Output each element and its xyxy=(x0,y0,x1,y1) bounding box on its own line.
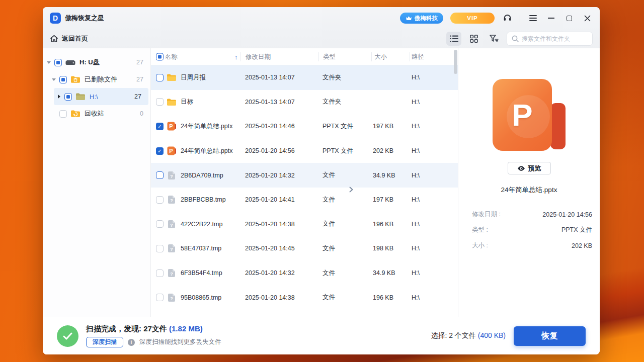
app-title: 傲梅恢复之星 xyxy=(65,14,104,23)
table-row[interactable]: P 24年简单总结.pptx 2025-01-20 14:46 PPTX 文件 … xyxy=(151,114,458,139)
table-row[interactable]: 日周月报 2025-01-13 14:07 文件夹 H:\ xyxy=(151,65,458,90)
maximize-button[interactable] xyxy=(564,13,575,24)
maximize-icon xyxy=(567,16,572,21)
table-header: 名称 ↑ 修改日期 类型 大小 路径 xyxy=(151,48,458,65)
column-header-size[interactable]: 大小 xyxy=(374,52,387,61)
file-name: 2B6DA709.tmp xyxy=(181,172,245,179)
sidebar-item-recycle-bin[interactable]: 回收站 0 xyxy=(43,105,150,122)
file-path: H:\ xyxy=(412,172,442,179)
recycle-bin-checkbox[interactable] xyxy=(59,110,67,118)
search-input[interactable] xyxy=(522,35,582,42)
collapse-panel-button[interactable] xyxy=(348,184,355,195)
sort-ascending-icon[interactable]: ↑ xyxy=(234,53,238,60)
file-path: H:\ xyxy=(412,123,442,130)
row-checkbox[interactable] xyxy=(156,98,164,106)
row-checkbox[interactable] xyxy=(156,196,164,204)
file-date: 2025-01-20 14:56 xyxy=(245,147,323,154)
brand-button[interactable]: 傲梅科技 xyxy=(400,13,443,24)
file-date: 2025-01-20 14:32 xyxy=(245,269,323,277)
app-window: D 傲梅恢复之星 傲梅科技 VIP xyxy=(43,7,600,354)
status-bar: 扫描完成，发现: 27文件 (1.82 MB) 深度扫描 i 深度扫描能找到更多… xyxy=(43,317,600,354)
table-row[interactable]: ? 2BBFBCBB.tmp 2025-01-20 14:41 文件 197 K… xyxy=(151,188,458,212)
column-header-type[interactable]: 类型 xyxy=(323,52,336,61)
minimize-button[interactable] xyxy=(545,13,556,24)
row-checkbox[interactable] xyxy=(156,74,164,81)
pptx-file-icon: P xyxy=(167,122,177,131)
filter-button[interactable] xyxy=(487,32,502,46)
table-row[interactable]: ? 422C2B22.tmp 2025-01-20 14:38 文件 196 K… xyxy=(151,212,458,237)
file-size: 198 KB xyxy=(373,245,412,252)
menu-button[interactable] xyxy=(527,13,538,24)
table-row[interactable]: ? 2B6DA709.tmp 2025-01-20 14:32 文件 34.9 … xyxy=(151,163,458,188)
vertical-scrollbar[interactable] xyxy=(454,50,457,74)
pptx-file-icon: P xyxy=(167,146,177,155)
recover-button[interactable]: 恢复 xyxy=(514,326,586,346)
svg-text:?: ? xyxy=(170,272,173,277)
file-size: 197 KB xyxy=(373,123,412,130)
back-home-button[interactable]: 返回首页 xyxy=(50,34,88,43)
file-size: 34.9 KB xyxy=(373,269,412,277)
file-name: 58E47037.tmp xyxy=(181,245,245,252)
eye-icon xyxy=(517,165,525,171)
preview-panel: P 预览 24年简单总结.pptx 修改日期 : 2025-01-20 14:5… xyxy=(458,48,600,317)
drive-checkbox[interactable] xyxy=(54,59,62,66)
collapse-caret-icon[interactable] xyxy=(56,95,61,99)
folder-icon xyxy=(75,93,86,101)
support-headset-button[interactable] xyxy=(502,13,513,24)
svg-text:?: ? xyxy=(170,198,173,203)
sidebar-item-h-drive-path[interactable]: H:\ 27 xyxy=(54,88,148,105)
info-icon: i xyxy=(128,339,135,346)
sidebar-item-deleted-files[interactable]: 已删除文件 27 xyxy=(43,71,150,88)
preview-button[interactable]: 预览 xyxy=(508,162,551,174)
row-checkbox[interactable] xyxy=(156,220,164,228)
deep-scan-tip: 深度扫描能找到更多丢失文件 xyxy=(139,338,221,346)
vip-button[interactable]: VIP xyxy=(450,13,495,24)
deleted-files-checkbox[interactable] xyxy=(59,76,67,83)
h-path-checkbox[interactable] xyxy=(64,93,72,101)
table-row[interactable]: ? 6F3B54F4.tmp 2025-01-20 14:32 文件 34.9 … xyxy=(151,261,458,286)
select-all-checkbox[interactable] xyxy=(156,53,164,60)
sidebar-item-drive[interactable]: H: U盘 27 xyxy=(43,54,150,71)
content-area: H: U盘 27 已删除文件 27 xyxy=(43,48,600,317)
brand-button-label: 傲梅科技 xyxy=(415,15,438,22)
preview-button-label: 预览 xyxy=(528,164,541,173)
row-checkbox[interactable] xyxy=(156,269,164,277)
svg-text:?: ? xyxy=(170,173,173,178)
table-row[interactable]: ? 58E47037.tmp 2025-01-20 14:45 文件 198 K… xyxy=(151,236,458,261)
file-path: H:\ xyxy=(412,74,442,81)
column-header-date[interactable]: 修改日期 xyxy=(246,52,271,61)
grid-view-button[interactable] xyxy=(466,32,481,46)
row-checkbox[interactable] xyxy=(156,245,164,252)
row-checkbox[interactable] xyxy=(156,123,164,130)
close-button[interactable] xyxy=(582,13,593,24)
row-checkbox[interactable] xyxy=(156,147,164,155)
column-header-name[interactable]: 名称 xyxy=(165,52,178,61)
item-count: 27 xyxy=(136,76,143,83)
file-path: H:\ xyxy=(412,147,442,154)
row-checkbox[interactable] xyxy=(156,294,164,301)
svg-text:P: P xyxy=(169,123,173,129)
file-name: 日周月报 xyxy=(181,73,245,82)
deep-scan-button[interactable]: 深度扫描 xyxy=(86,337,123,347)
row-checkbox[interactable] xyxy=(156,171,164,179)
sidebar-item-label: H: U盘 xyxy=(79,58,100,67)
deleted-folder-icon xyxy=(70,75,80,83)
file-date: 2025-01-20 14:41 xyxy=(245,196,323,203)
file-name: 422C2B22.tmp xyxy=(181,221,245,228)
expand-caret-icon[interactable] xyxy=(51,78,56,81)
expand-caret-icon[interactable] xyxy=(46,61,51,64)
sidebar-item-label: H:\ xyxy=(90,93,98,101)
table-row[interactable]: P 24年简单总结.pptx 2025-01-20 14:56 PPTX 文件 … xyxy=(151,139,458,163)
file-type: PPTX 文件 xyxy=(323,122,373,131)
search-box[interactable] xyxy=(507,32,593,46)
column-header-path[interactable]: 路径 xyxy=(412,52,424,61)
file-size: 34.9 KB xyxy=(373,172,412,179)
svg-text:P: P xyxy=(169,148,173,154)
list-view-button[interactable] xyxy=(446,32,461,46)
table-row[interactable]: 目标 2025-01-13 14:07 文件夹 H:\ xyxy=(151,90,458,115)
file-path: H:\ xyxy=(412,221,442,228)
scan-size: (1.82 MB) xyxy=(169,324,203,333)
table-row[interactable]: ? 95B08865.tmp 2025-01-20 14:38 文件 196 K… xyxy=(151,285,458,310)
svg-text:?: ? xyxy=(170,247,173,252)
detail-label: 修改日期 : xyxy=(472,210,501,219)
